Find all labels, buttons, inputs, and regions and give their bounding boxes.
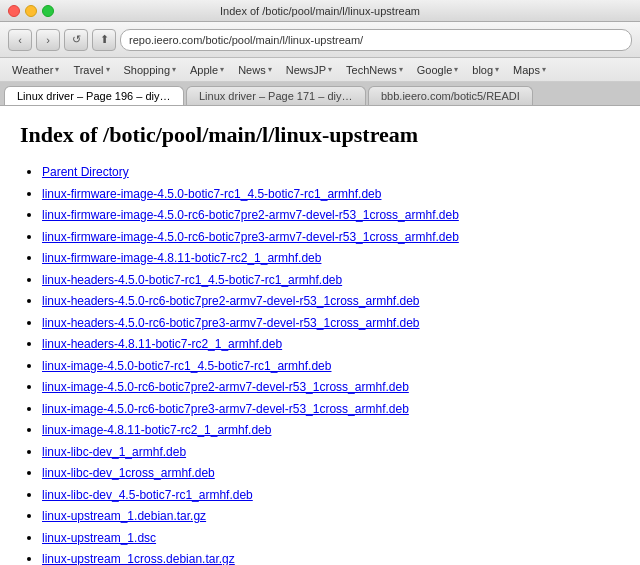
file-link[interactable]: linux-upstream_1.debian.tar.gz [42,509,206,523]
list-item: linux-image-4.8.11-botic7-rc2_1_armhf.de… [42,420,620,440]
window-controls[interactable] [8,5,54,17]
file-link[interactable]: linux-headers-4.5.0-rc6-botic7pre2-armv7… [42,294,420,308]
list-item: linux-upstream_1.dsc [42,528,620,548]
list-item: linux-libc-dev_1_armhf.deb [42,442,620,462]
close-button[interactable] [8,5,20,17]
chevron-down-icon: ▾ [328,65,332,74]
file-link[interactable]: linux-image-4.5.0-botic7-rc1_4.5-botic7-… [42,359,331,373]
file-link[interactable]: linux-image-4.5.0-rc6-botic7pre2-armv7-d… [42,380,409,394]
file-link[interactable]: linux-libc-dev_4.5-botic7-rc1_armhf.deb [42,488,253,502]
file-link[interactable]: linux-firmware-image-4.5.0-rc6-botic7pre… [42,208,459,222]
list-item: linux-headers-4.5.0-rc6-botic7pre2-armv7… [42,291,620,311]
bookmark-shopping[interactable]: Shopping ▾ [118,62,183,78]
share-button[interactable]: ⬆ [92,29,116,51]
file-link[interactable]: linux-libc-dev_1cross_armhf.deb [42,466,215,480]
chevron-down-icon: ▾ [542,65,546,74]
bookmark-news[interactable]: News ▾ [232,62,278,78]
chevron-down-icon: ▾ [454,65,458,74]
list-item: linux-firmware-image-4.5.0-rc6-botic7pre… [42,227,620,247]
bookmark-google[interactable]: Google ▾ [411,62,464,78]
file-link[interactable]: linux-upstream_1cross.debian.tar.gz [42,552,235,565]
chevron-down-icon: ▾ [399,65,403,74]
list-item: linux-headers-4.5.0-rc6-botic7pre3-armv7… [42,313,620,333]
bookmark-apple[interactable]: Apple ▾ [184,62,230,78]
list-item: linux-firmware-image-4.8.11-botic7-rc2_1… [42,248,620,268]
chevron-down-icon: ▾ [55,65,59,74]
list-item: linux-headers-4.8.11-botic7-rc2_1_armhf.… [42,334,620,354]
page-heading: Index of /botic/pool/main/l/linux-upstre… [20,122,620,148]
file-link[interactable]: linux-upstream_1.dsc [42,531,156,545]
bookmark-blog[interactable]: blog ▾ [466,62,505,78]
chevron-down-icon: ▾ [172,65,176,74]
bookmark-weather[interactable]: Weather ▾ [6,62,65,78]
minimize-button[interactable] [25,5,37,17]
refresh-button[interactable]: ↺ [64,29,88,51]
bookmark-newsjp[interactable]: NewsJP ▾ [280,62,338,78]
tab-1[interactable]: Linux driver – Page 171 – diyAudio [186,86,366,105]
file-link[interactable]: linux-image-4.5.0-rc6-botic7pre3-armv7-d… [42,402,409,416]
file-link[interactable]: linux-firmware-image-4.8.11-botic7-rc2_1… [42,251,321,265]
list-item: linux-headers-4.5.0-botic7-rc1_4.5-botic… [42,270,620,290]
list-item: linux-libc-dev_1cross_armhf.deb [42,463,620,483]
address-bar[interactable] [120,29,632,51]
list-item: linux-upstream_1.debian.tar.gz [42,506,620,526]
back-button[interactable]: ‹ [8,29,32,51]
bookmarks-bar: Weather ▾ Travel ▾ Shopping ▾ Apple ▾ Ne… [0,58,640,82]
title-bar: Index of /botic/pool/main/l/linux-upstre… [0,0,640,22]
list-item: linux-upstream_1cross.debian.tar.gz [42,549,620,565]
file-link[interactable]: linux-firmware-image-4.5.0-botic7-rc1_4.… [42,187,381,201]
file-link[interactable]: linux-headers-4.5.0-botic7-rc1_4.5-botic… [42,273,342,287]
parent-dir-link[interactable]: Parent Directory [42,165,129,179]
window-title: Index of /botic/pool/main/l/linux-upstre… [8,5,632,17]
maximize-button[interactable] [42,5,54,17]
toolbar: ‹ › ↺ ⬆ [0,22,640,58]
bookmark-maps[interactable]: Maps ▾ [507,62,552,78]
list-item: linux-image-4.5.0-rc6-botic7pre2-armv7-d… [42,377,620,397]
page-content: Index of /botic/pool/main/l/linux-upstre… [0,106,640,565]
chevron-down-icon: ▾ [268,65,272,74]
chevron-down-icon: ▾ [495,65,499,74]
list-item-parent: Parent Directory [42,162,620,182]
forward-button[interactable]: › [36,29,60,51]
file-link[interactable]: linux-headers-4.5.0-rc6-botic7pre3-armv7… [42,316,420,330]
bookmark-technews[interactable]: TechNews ▾ [340,62,409,78]
list-item: linux-image-4.5.0-rc6-botic7pre3-armv7-d… [42,399,620,419]
bookmark-travel[interactable]: Travel ▾ [67,62,115,78]
list-item: linux-firmware-image-4.5.0-rc6-botic7pre… [42,205,620,225]
file-list: Parent Directory linux-firmware-image-4.… [20,162,620,565]
list-item: linux-libc-dev_4.5-botic7-rc1_armhf.deb [42,485,620,505]
list-item: linux-firmware-image-4.5.0-botic7-rc1_4.… [42,184,620,204]
list-item: linux-image-4.5.0-botic7-rc1_4.5-botic7-… [42,356,620,376]
chevron-down-icon: ▾ [106,65,110,74]
file-link[interactable]: linux-firmware-image-4.5.0-rc6-botic7pre… [42,230,459,244]
tab-bar: Linux driver – Page 196 – diyAudio Linux… [0,82,640,106]
tab-0[interactable]: Linux driver – Page 196 – diyAudio [4,86,184,105]
file-link[interactable]: linux-libc-dev_1_armhf.deb [42,445,186,459]
tab-2[interactable]: bbb.ieero.com/botic5/READI [368,86,533,105]
file-link[interactable]: linux-image-4.8.11-botic7-rc2_1_armhf.de… [42,423,271,437]
file-link[interactable]: linux-headers-4.8.11-botic7-rc2_1_armhf.… [42,337,282,351]
chevron-down-icon: ▾ [220,65,224,74]
